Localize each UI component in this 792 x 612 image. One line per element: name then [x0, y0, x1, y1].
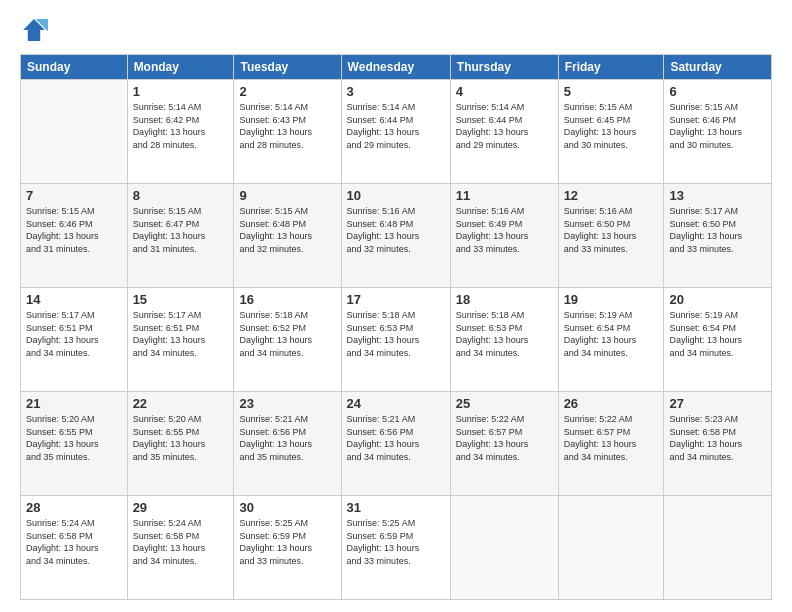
day-info: Sunrise: 5:20 AMSunset: 6:55 PMDaylight:… [133, 413, 229, 463]
calendar-cell: 17Sunrise: 5:18 AMSunset: 6:53 PMDayligh… [341, 288, 450, 392]
day-number: 26 [564, 396, 659, 411]
calendar-table: SundayMondayTuesdayWednesdayThursdayFrid… [20, 54, 772, 600]
day-info: Sunrise: 5:16 AMSunset: 6:49 PMDaylight:… [456, 205, 553, 255]
day-number: 9 [239, 188, 335, 203]
day-info: Sunrise: 5:22 AMSunset: 6:57 PMDaylight:… [456, 413, 553, 463]
calendar-cell: 28Sunrise: 5:24 AMSunset: 6:58 PMDayligh… [21, 496, 128, 600]
day-info: Sunrise: 5:15 AMSunset: 6:47 PMDaylight:… [133, 205, 229, 255]
day-number: 30 [239, 500, 335, 515]
day-number: 5 [564, 84, 659, 99]
calendar-cell: 29Sunrise: 5:24 AMSunset: 6:58 PMDayligh… [127, 496, 234, 600]
calendar-cell: 1Sunrise: 5:14 AMSunset: 6:42 PMDaylight… [127, 80, 234, 184]
calendar-cell: 4Sunrise: 5:14 AMSunset: 6:44 PMDaylight… [450, 80, 558, 184]
calendar-cell: 13Sunrise: 5:17 AMSunset: 6:50 PMDayligh… [664, 184, 772, 288]
day-info: Sunrise: 5:19 AMSunset: 6:54 PMDaylight:… [564, 309, 659, 359]
calendar-cell: 31Sunrise: 5:25 AMSunset: 6:59 PMDayligh… [341, 496, 450, 600]
calendar-week-row: 14Sunrise: 5:17 AMSunset: 6:51 PMDayligh… [21, 288, 772, 392]
day-info: Sunrise: 5:25 AMSunset: 6:59 PMDaylight:… [239, 517, 335, 567]
day-header-tuesday: Tuesday [234, 55, 341, 80]
calendar-cell: 7Sunrise: 5:15 AMSunset: 6:46 PMDaylight… [21, 184, 128, 288]
calendar-week-row: 21Sunrise: 5:20 AMSunset: 6:55 PMDayligh… [21, 392, 772, 496]
day-number: 4 [456, 84, 553, 99]
day-header-friday: Friday [558, 55, 664, 80]
day-number: 1 [133, 84, 229, 99]
day-number: 17 [347, 292, 445, 307]
calendar-cell [664, 496, 772, 600]
day-info: Sunrise: 5:19 AMSunset: 6:54 PMDaylight:… [669, 309, 766, 359]
calendar-cell: 12Sunrise: 5:16 AMSunset: 6:50 PMDayligh… [558, 184, 664, 288]
day-number: 15 [133, 292, 229, 307]
calendar-cell: 24Sunrise: 5:21 AMSunset: 6:56 PMDayligh… [341, 392, 450, 496]
day-info: Sunrise: 5:22 AMSunset: 6:57 PMDaylight:… [564, 413, 659, 463]
calendar-cell: 16Sunrise: 5:18 AMSunset: 6:52 PMDayligh… [234, 288, 341, 392]
day-number: 8 [133, 188, 229, 203]
calendar-cell: 25Sunrise: 5:22 AMSunset: 6:57 PMDayligh… [450, 392, 558, 496]
calendar-week-row: 1Sunrise: 5:14 AMSunset: 6:42 PMDaylight… [21, 80, 772, 184]
calendar-cell: 6Sunrise: 5:15 AMSunset: 6:46 PMDaylight… [664, 80, 772, 184]
logo [20, 16, 52, 44]
day-header-sunday: Sunday [21, 55, 128, 80]
day-info: Sunrise: 5:21 AMSunset: 6:56 PMDaylight:… [239, 413, 335, 463]
day-header-monday: Monday [127, 55, 234, 80]
day-info: Sunrise: 5:15 AMSunset: 6:45 PMDaylight:… [564, 101, 659, 151]
header [20, 16, 772, 44]
calendar-cell: 10Sunrise: 5:16 AMSunset: 6:48 PMDayligh… [341, 184, 450, 288]
day-info: Sunrise: 5:17 AMSunset: 6:50 PMDaylight:… [669, 205, 766, 255]
day-number: 22 [133, 396, 229, 411]
day-info: Sunrise: 5:15 AMSunset: 6:48 PMDaylight:… [239, 205, 335, 255]
calendar-cell: 22Sunrise: 5:20 AMSunset: 6:55 PMDayligh… [127, 392, 234, 496]
day-info: Sunrise: 5:20 AMSunset: 6:55 PMDaylight:… [26, 413, 122, 463]
day-number: 13 [669, 188, 766, 203]
calendar-cell: 14Sunrise: 5:17 AMSunset: 6:51 PMDayligh… [21, 288, 128, 392]
calendar-cell: 21Sunrise: 5:20 AMSunset: 6:55 PMDayligh… [21, 392, 128, 496]
calendar-cell: 2Sunrise: 5:14 AMSunset: 6:43 PMDaylight… [234, 80, 341, 184]
calendar-cell: 19Sunrise: 5:19 AMSunset: 6:54 PMDayligh… [558, 288, 664, 392]
day-number: 25 [456, 396, 553, 411]
calendar-cell [450, 496, 558, 600]
day-number: 7 [26, 188, 122, 203]
day-info: Sunrise: 5:23 AMSunset: 6:58 PMDaylight:… [669, 413, 766, 463]
day-number: 27 [669, 396, 766, 411]
day-number: 19 [564, 292, 659, 307]
calendar-cell: 26Sunrise: 5:22 AMSunset: 6:57 PMDayligh… [558, 392, 664, 496]
day-number: 23 [239, 396, 335, 411]
day-number: 21 [26, 396, 122, 411]
calendar-cell: 18Sunrise: 5:18 AMSunset: 6:53 PMDayligh… [450, 288, 558, 392]
day-info: Sunrise: 5:15 AMSunset: 6:46 PMDaylight:… [26, 205, 122, 255]
calendar-week-row: 28Sunrise: 5:24 AMSunset: 6:58 PMDayligh… [21, 496, 772, 600]
day-info: Sunrise: 5:14 AMSunset: 6:44 PMDaylight:… [456, 101, 553, 151]
day-header-wednesday: Wednesday [341, 55, 450, 80]
day-number: 24 [347, 396, 445, 411]
calendar-cell: 11Sunrise: 5:16 AMSunset: 6:49 PMDayligh… [450, 184, 558, 288]
calendar-cell: 23Sunrise: 5:21 AMSunset: 6:56 PMDayligh… [234, 392, 341, 496]
day-number: 31 [347, 500, 445, 515]
day-number: 10 [347, 188, 445, 203]
day-info: Sunrise: 5:16 AMSunset: 6:50 PMDaylight:… [564, 205, 659, 255]
day-header-saturday: Saturday [664, 55, 772, 80]
day-number: 28 [26, 500, 122, 515]
calendar-cell: 30Sunrise: 5:25 AMSunset: 6:59 PMDayligh… [234, 496, 341, 600]
calendar-cell: 9Sunrise: 5:15 AMSunset: 6:48 PMDaylight… [234, 184, 341, 288]
calendar-cell [558, 496, 664, 600]
day-info: Sunrise: 5:17 AMSunset: 6:51 PMDaylight:… [26, 309, 122, 359]
day-number: 2 [239, 84, 335, 99]
day-info: Sunrise: 5:14 AMSunset: 6:44 PMDaylight:… [347, 101, 445, 151]
day-number: 18 [456, 292, 553, 307]
calendar-header-row: SundayMondayTuesdayWednesdayThursdayFrid… [21, 55, 772, 80]
day-info: Sunrise: 5:25 AMSunset: 6:59 PMDaylight:… [347, 517, 445, 567]
day-info: Sunrise: 5:14 AMSunset: 6:43 PMDaylight:… [239, 101, 335, 151]
calendar-page: SundayMondayTuesdayWednesdayThursdayFrid… [0, 0, 792, 612]
day-info: Sunrise: 5:21 AMSunset: 6:56 PMDaylight:… [347, 413, 445, 463]
calendar-cell [21, 80, 128, 184]
calendar-cell: 3Sunrise: 5:14 AMSunset: 6:44 PMDaylight… [341, 80, 450, 184]
day-info: Sunrise: 5:14 AMSunset: 6:42 PMDaylight:… [133, 101, 229, 151]
day-number: 20 [669, 292, 766, 307]
calendar-cell: 8Sunrise: 5:15 AMSunset: 6:47 PMDaylight… [127, 184, 234, 288]
day-header-thursday: Thursday [450, 55, 558, 80]
logo-icon [20, 16, 48, 44]
day-info: Sunrise: 5:24 AMSunset: 6:58 PMDaylight:… [26, 517, 122, 567]
day-number: 29 [133, 500, 229, 515]
calendar-week-row: 7Sunrise: 5:15 AMSunset: 6:46 PMDaylight… [21, 184, 772, 288]
day-info: Sunrise: 5:15 AMSunset: 6:46 PMDaylight:… [669, 101, 766, 151]
calendar-cell: 27Sunrise: 5:23 AMSunset: 6:58 PMDayligh… [664, 392, 772, 496]
